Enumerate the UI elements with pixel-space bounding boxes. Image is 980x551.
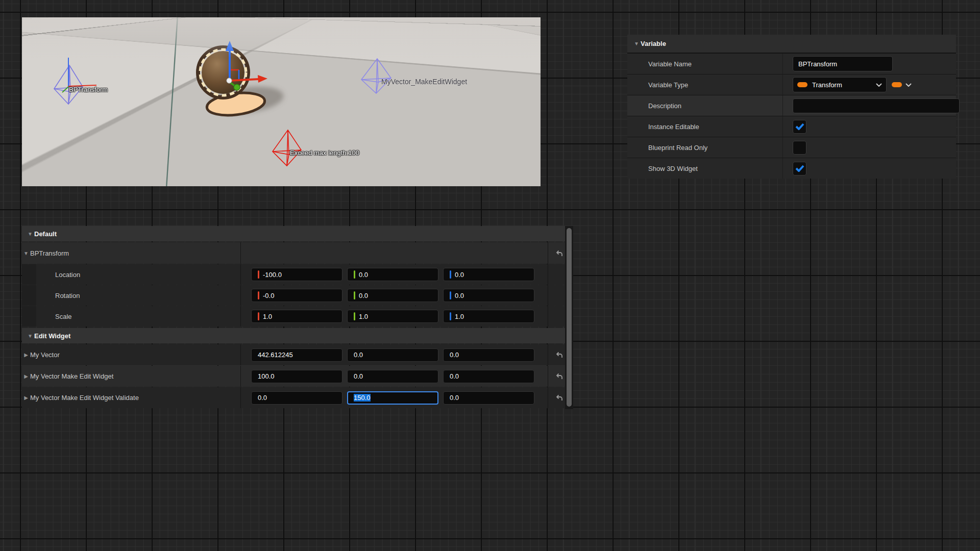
label-bptransform: BPTransform [69,86,108,93]
scale-z-field[interactable]: 1.0 [443,310,534,323]
row-label: Scale [22,313,72,320]
container-type-pin-icon[interactable] [892,82,902,87]
viewport-scene [22,17,541,186]
scale-y-field[interactable]: 1.0 [347,310,438,323]
reset-to-default-button[interactable] [553,247,565,259]
section-title: Edit Widget [34,332,70,340]
blueprint-read-only-checkbox[interactable] [793,141,806,155]
preview-viewport[interactable]: BPTransform MyVector_MakeEditWidget Exce… [22,17,541,186]
location-z-field[interactable]: 0.0 [443,268,534,281]
variable-name-input[interactable]: BPTransform [793,56,893,71]
variable-type-row: Variable Type Transform [627,74,956,95]
my-vector-validate-z-field[interactable]: 0.0 [443,391,534,405]
column-splitter[interactable] [782,54,783,74]
blueprint-read-only-label: Blueprint Read Only [627,144,782,152]
reset-to-default-button[interactable] [553,392,565,404]
checkmark-icon [795,123,804,130]
location-x-field[interactable]: -100.0 [251,268,342,281]
my-vector-y-field[interactable]: 0.0 [347,348,438,362]
column-splitter[interactable] [782,74,783,95]
show-3d-widget-checkbox[interactable] [793,162,806,176]
my-vector-validate-y-field-editing[interactable]: 150.0 [347,391,438,405]
expand-triangle-icon[interactable]: ▶ [22,352,30,358]
description-input[interactable] [793,98,960,113]
variable-name-row: Variable Name BPTransform [627,54,956,74]
my-vector-make-z-field[interactable]: 0.0 [443,370,534,383]
row-location: Location -100.0 0.0 0.0 [22,264,565,285]
row-label: Rotation [22,292,80,299]
row-label: BPTransform [30,249,69,257]
rotation-x-field[interactable]: -0.0 [251,289,342,302]
rotation-z-field[interactable]: 0.0 [443,289,534,302]
label-myvector-makeeditwidget: MyVector_MakeEditWidget [381,78,467,86]
variable-type-dropdown[interactable]: Transform [793,77,887,92]
container-type-chevron-icon[interactable] [905,83,912,87]
chevron-down-icon [876,83,882,87]
blueprint-read-only-row: Blueprint Read Only [627,137,956,158]
description-row: Description [627,95,956,116]
gizmo-x-arrowhead[interactable] [258,75,267,83]
reset-to-default-button[interactable] [553,349,565,361]
widget-octahedron-exceed[interactable] [273,130,301,166]
row-scale: Scale 1.0 1.0 1.0 [22,306,565,327]
sphere-billboard[interactable] [198,47,248,97]
collapse-triangle-icon[interactable]: ▼ [26,333,34,339]
reset-to-default-button[interactable] [553,370,565,383]
details-scrollbar-track[interactable] [565,226,573,409]
row-bptransform: ▼ BPTransform [22,242,565,264]
details-scrollbar-thumb[interactable] [567,228,572,407]
variable-panel: ▼ Variable Variable Name BPTransform Var… [627,35,956,179]
row-my-vector: ▶ My Vector 442.612245 0.0 0.0 [22,344,565,365]
show-3d-widget-row: Show 3D Widget [627,158,956,179]
variable-name-label: Variable Name [627,60,782,68]
checkmark-icon [795,165,804,172]
column-splitter[interactable] [782,95,783,116]
instance-editable-label: Instance Editable [627,123,782,131]
collapse-triangle-icon[interactable]: ▼ [26,231,34,237]
my-vector-x-field[interactable]: 442.612245 [251,348,342,362]
widget-octahedron-myvector[interactable] [361,59,391,93]
row-my-vector-make-edit-widget: ▶ My Vector Make Edit Widget 100.0 0.0 0… [22,366,565,387]
gizmo-center-handle[interactable] [227,78,232,83]
location-y-field[interactable]: 0.0 [347,268,438,281]
row-rotation: Rotation -0.0 0.0 0.0 [22,285,565,306]
row-label: My Vector Make Edit Widget Validate [30,394,139,402]
variable-section-header[interactable]: ▼ Variable [627,35,956,53]
transform-pin-icon [797,82,807,87]
collapse-triangle-icon[interactable]: ▼ [632,41,641,46]
my-vector-make-x-field[interactable]: 100.0 [251,370,342,383]
section-header-default[interactable]: ▼ Default [22,226,565,241]
row-my-vector-make-edit-widget-validate: ▶ My Vector Make Edit Widget Validate 0.… [22,387,565,408]
row-label: My Vector Make Edit Widget [30,372,113,380]
expand-triangle-icon[interactable]: ▶ [22,373,30,379]
variable-section-title: Variable [641,40,666,47]
expand-triangle-icon[interactable]: ▼ [22,251,30,256]
section-title: Default [34,230,57,238]
variable-type-value: Transform [812,81,871,89]
section-header-edit-widget[interactable]: ▼ Edit Widget [22,328,565,343]
instance-editable-row: Instance Editable [627,116,956,137]
my-vector-make-y-field[interactable]: 0.0 [347,370,438,383]
rotation-y-field[interactable]: 0.0 [347,289,438,302]
column-splitter[interactable] [782,116,783,137]
instance-editable-checkbox[interactable] [793,120,806,134]
show-3d-widget-label: Show 3D Widget [627,165,782,172]
expand-triangle-icon[interactable]: ▶ [22,395,30,400]
column-splitter[interactable] [782,137,783,158]
my-vector-validate-x-field[interactable]: 0.0 [251,391,342,405]
column-splitter[interactable] [782,158,783,179]
label-exceed-max-length: Exceed max length:100 [290,149,359,157]
scale-x-field[interactable]: 1.0 [251,310,342,323]
description-label: Description [627,102,782,110]
world-axis-line [166,17,178,186]
row-label: Location [22,271,80,279]
row-label: My Vector [30,351,60,359]
variable-type-label: Variable Type [627,81,782,89]
my-vector-z-field[interactable]: 0.0 [443,348,534,362]
blueprint-editor-canvas[interactable]: BPTransform MyVector_MakeEditWidget Exce… [0,0,980,551]
